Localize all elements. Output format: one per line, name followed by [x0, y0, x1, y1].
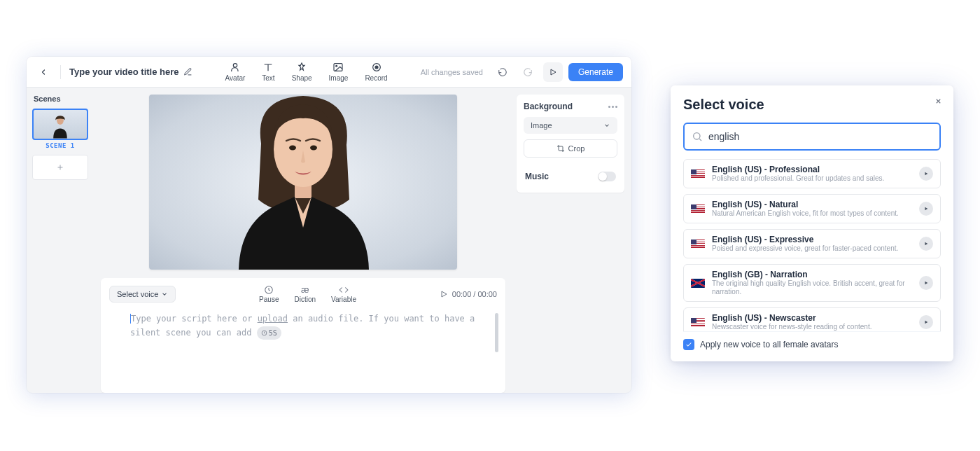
- scene-label: SCENE 1: [46, 142, 74, 149]
- voice-name: English (US) - Natural: [712, 200, 912, 209]
- close-button[interactable]: [931, 94, 945, 108]
- pause-label: Pause: [259, 296, 279, 303]
- voice-option[interactable]: English (US) - Expressive Poised and exp…: [683, 229, 941, 258]
- preview-button[interactable]: [543, 62, 563, 82]
- svg-point-9: [289, 146, 296, 151]
- music-title: Music: [525, 172, 549, 181]
- video-title-text: Type your video title here: [69, 67, 179, 77]
- avatar-tool-label: Avatar: [225, 74, 246, 82]
- voice-name: English (US) - Professional: [712, 165, 912, 174]
- svg-rect-1: [334, 64, 342, 71]
- voice-search[interactable]: [683, 123, 941, 151]
- timecode: 00:00 / 00:00: [452, 290, 497, 298]
- play-filled-icon: [923, 280, 929, 286]
- text-tool-button[interactable]: Text: [262, 62, 274, 82]
- select-voice-modal: Select voice English (US) - Professional…: [671, 85, 953, 361]
- script-play-row: 00:00 / 00:00: [440, 290, 497, 298]
- silence-pill: 5S: [257, 326, 281, 340]
- add-scene-button[interactable]: [32, 155, 88, 180]
- save-status: All changes saved: [421, 68, 483, 76]
- variable-tool[interactable]: Variable: [331, 285, 356, 303]
- more-icon[interactable]: [608, 106, 617, 108]
- background-mode-select[interactable]: Image: [524, 117, 617, 134]
- background-mode-label: Image: [531, 121, 552, 130]
- variable-label: Variable: [331, 296, 356, 303]
- voice-play-button[interactable]: [919, 315, 933, 329]
- flag-us-icon: [691, 169, 705, 179]
- diction-tool[interactable]: æ Diction: [294, 285, 316, 303]
- redo-icon: [523, 67, 533, 77]
- text-tool-label: Text: [262, 74, 274, 82]
- voice-play-button[interactable]: [919, 167, 933, 181]
- undo-icon: [498, 67, 507, 77]
- search-icon: [692, 131, 703, 142]
- background-card: Background Image Crop Music: [517, 95, 624, 193]
- play-filled-icon: [923, 241, 929, 247]
- video-canvas[interactable]: [149, 95, 457, 270]
- pause-tool[interactable]: Pause: [259, 285, 279, 303]
- svg-point-0: [233, 64, 237, 67]
- chevron-down-icon: [603, 122, 610, 129]
- code-icon: [339, 285, 349, 295]
- voice-option[interactable]: English (US) - Professional Polished and…: [683, 159, 941, 188]
- select-voice-button[interactable]: Select voice: [109, 286, 176, 303]
- avatar-tool-button[interactable]: Avatar: [225, 62, 246, 82]
- play-filled-icon: [923, 319, 929, 325]
- shape-icon: [296, 62, 307, 73]
- shape-tool-button[interactable]: Shape: [292, 62, 312, 82]
- svg-marker-15: [925, 172, 927, 176]
- flag-us-icon: [691, 240, 705, 249]
- play-outline-icon[interactable]: [440, 290, 448, 298]
- text-icon: [262, 62, 274, 73]
- chevron-left-icon: [39, 68, 48, 76]
- voice-desc: The original high quality English voice.…: [712, 279, 912, 296]
- record-tool-button[interactable]: Record: [365, 62, 387, 82]
- music-toggle[interactable]: [598, 172, 616, 181]
- close-icon: [934, 97, 942, 105]
- image-tool-button[interactable]: Image: [329, 62, 349, 82]
- script-toolbar: Select voice Pause æ Diction: [109, 285, 497, 303]
- voice-option[interactable]: English (GB) - Narration The original hi…: [683, 264, 941, 302]
- redo-button[interactable]: [518, 62, 538, 82]
- generate-button[interactable]: Generate: [568, 63, 623, 81]
- insert-toolbar: Avatar Text Shape Image Record: [198, 62, 415, 82]
- pencil-icon: [183, 67, 192, 76]
- play-filled-icon: [923, 206, 929, 211]
- svg-point-2: [336, 65, 337, 67]
- voice-play-button[interactable]: [919, 237, 933, 251]
- undo-button[interactable]: [493, 62, 512, 82]
- shape-tool-label: Shape: [292, 74, 312, 82]
- voice-desc: Natural American English voice, fit for …: [712, 209, 912, 218]
- crop-button[interactable]: Crop: [524, 139, 617, 158]
- voice-play-button[interactable]: [919, 202, 933, 216]
- back-button[interactable]: [35, 64, 52, 81]
- voice-search-input[interactable]: [708, 131, 932, 142]
- canvas-column: Select voice Pause æ Diction: [94, 88, 512, 393]
- svg-marker-5: [551, 69, 556, 75]
- diction-icon: æ: [300, 285, 310, 295]
- record-tool-label: Record: [365, 74, 387, 82]
- scene-thumbnail-1[interactable]: [32, 109, 88, 140]
- voice-option[interactable]: English (US) - Newscaster Newscaster voi…: [683, 307, 941, 331]
- play-filled-icon: [923, 171, 929, 176]
- chevron-down-icon: [161, 291, 168, 298]
- topbar-actions: All changes saved Generate: [421, 62, 623, 82]
- scrollbar-thumb[interactable]: [495, 313, 498, 352]
- avatar-figure: [212, 95, 394, 270]
- image-icon: [332, 62, 344, 73]
- script-textarea[interactable]: Type your script here or upload an audio…: [109, 309, 497, 386]
- scenes-panel: Scenes SCENE 1: [27, 88, 94, 393]
- image-tool-label: Image: [329, 74, 349, 82]
- modal-title: Select voice: [683, 97, 941, 113]
- svg-marker-16: [925, 207, 927, 211]
- apply-all-checkbox[interactable]: [683, 339, 694, 350]
- crop-label: Crop: [568, 144, 585, 153]
- script-placeholder: Type your script here or upload an audio…: [109, 309, 497, 343]
- diction-label: Diction: [294, 296, 316, 303]
- video-title-input[interactable]: Type your video title here: [69, 67, 192, 77]
- video-editor-window: Type your video title here Avatar Text S…: [27, 57, 631, 393]
- flag-us-icon: [691, 318, 705, 327]
- voice-play-button[interactable]: [919, 276, 933, 290]
- voice-desc: Polished and professional. Great for upd…: [712, 174, 912, 183]
- voice-option[interactable]: English (US) - Natural Natural American …: [683, 194, 941, 223]
